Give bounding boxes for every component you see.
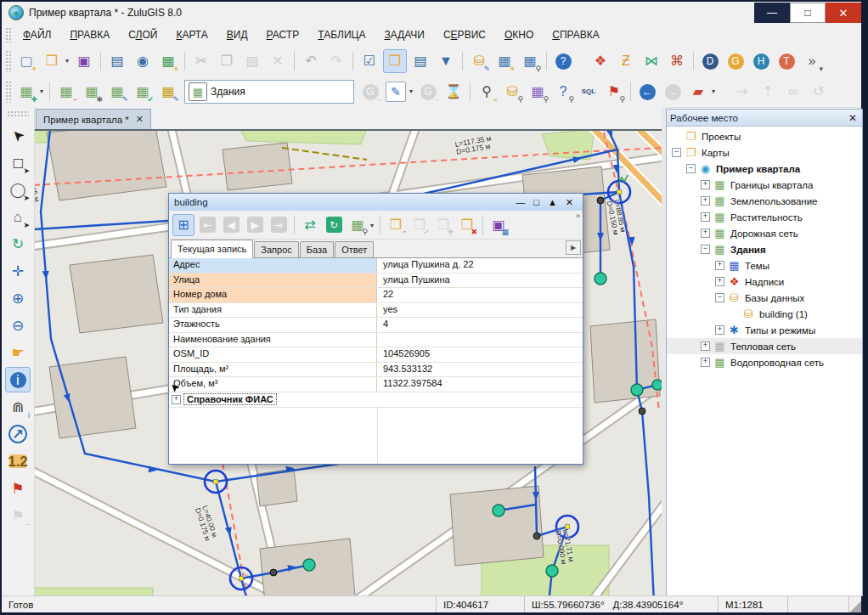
unlink-object-button[interactable]: ↺ <box>807 80 831 104</box>
add-layer-button[interactable]: ▦✚▾ <box>14 80 38 104</box>
back-button[interactable]: ← <box>635 80 659 104</box>
commit-record-button[interactable]: ❒✔ <box>409 214 431 236</box>
delete-record-button[interactable]: ❒✖ <box>456 214 478 236</box>
undo-button[interactable]: ↶ <box>299 49 323 73</box>
valve-analysis-button[interactable]: ⋈ <box>640 49 663 73</box>
zoom-in-tool[interactable]: ⊕ <box>5 285 31 311</box>
dialog-tab-base[interactable]: База <box>300 241 334 257</box>
attribute-row-этажность[interactable]: Этажность 4 <box>169 318 583 333</box>
tree-item-primer-kvartala[interactable]: − ◉ Пример квартала <box>667 161 862 177</box>
tree-expander[interactable]: + <box>715 261 724 270</box>
attribute-row-площадь-м-[interactable]: Площадь, м² 943.533132 <box>169 363 583 378</box>
edit-layer-graphics-button[interactable]: ▦✎ <box>156 80 180 104</box>
attribute-row-тип-здания[interactable]: Тип здания yes <box>169 303 583 319</box>
tree-expander[interactable]: + <box>701 180 710 189</box>
refresh-map-tool[interactable]: ↻ <box>5 231 31 257</box>
find-by-condition-button[interactable]: ?⚲ <box>551 80 575 104</box>
piezo-graph-g-button[interactable]: G <box>724 49 747 73</box>
dialog-toolbar-overflow[interactable]: » <box>576 212 580 220</box>
tree-item-temy[interactable]: + ▦ Темы <box>667 257 862 274</box>
zulu-objects-button[interactable]: ❖ <box>589 49 612 73</box>
piezo-graph-t-button[interactable]: T <box>775 49 798 73</box>
tree-expander[interactable]: + <box>715 277 724 286</box>
tree-expander[interactable]: − <box>686 164 696 173</box>
tree-item-building[interactable]: ⛁ building (1) <box>667 306 862 322</box>
find-by-id-button[interactable]: ⚲= <box>475 80 499 104</box>
select-tool[interactable]: ➤ <box>5 122 31 148</box>
select-polygon-tool[interactable]: ⌂➤ <box>5 204 31 229</box>
menu-item-правка[interactable]: ПРАВКА <box>60 26 119 43</box>
attribute-row-адрес[interactable]: Адрес улица Пушкина д. 22 <box>169 258 583 274</box>
attribute-row-объем-м-[interactable]: Объем, м³ 11322.397584 <box>169 377 583 392</box>
previous-record-button[interactable]: ◀ <box>220 214 242 236</box>
last-record-button[interactable]: ⇥ <box>268 214 290 236</box>
tree-item-granitsy-kvartala[interactable]: + ▦ Границы квартала <box>667 177 862 193</box>
find-by-theme-button[interactable]: ▦⚲ <box>526 80 550 104</box>
dialog-tab-current-record[interactable]: Текущая запись <box>171 240 253 258</box>
tree-item-dorozhnaya-set[interactable]: + ▦ Дорожная сеть <box>667 225 862 241</box>
tree-expander[interactable]: + <box>701 341 710 351</box>
edit-database-button[interactable]: ⛁✎ <box>467 49 491 73</box>
menu-item-растр[interactable]: РАСТР <box>257 26 309 43</box>
map-document-tab[interactable]: Пример квартала * ✕ <box>36 109 151 129</box>
menu-item-окно[interactable]: ОКНО <box>495 26 543 43</box>
dialog-minimize-icon[interactable]: — <box>511 197 529 207</box>
find-address-button[interactable]: ⚑⚲ <box>602 80 626 104</box>
zoom-out-tool[interactable]: ⊖ <box>5 313 31 338</box>
menu-item-таблица[interactable]: ТАБЛИЦА <box>308 26 375 43</box>
forward-button[interactable]: → <box>661 80 685 104</box>
hourglass-button[interactable]: ⌛ <box>442 80 465 104</box>
tree-expander[interactable]: + <box>701 196 710 206</box>
layer-settings-button[interactable]: ▦✱ <box>80 80 104 104</box>
output-panel-button[interactable]: ▤ <box>409 49 432 73</box>
chevron-down-icon[interactable]: ▾ <box>370 222 374 229</box>
tree-item-maps[interactable]: − ❒ Карты <box>667 144 862 161</box>
link-object-button[interactable]: ∞ <box>781 80 805 104</box>
active-layer-combobox[interactable]: ▦ Здания <box>184 80 354 104</box>
geometry-tool-2-disabled-button[interactable]: G− <box>416 80 440 104</box>
workspace-panel-button[interactable]: ❒ <box>383 49 407 73</box>
chevron-down-icon[interactable]: ▾ <box>65 57 69 65</box>
goto-tool[interactable]: ↗ <box>5 421 31 447</box>
edit-layer-button[interactable]: ▦✎ <box>105 80 129 104</box>
save-table-button[interactable]: ▣▦ <box>488 214 510 236</box>
dialog-pin-icon[interactable]: ▲ <box>544 197 561 207</box>
print-button[interactable]: ▤ <box>105 49 129 73</box>
menu-item-справка[interactable]: СПРАВКА <box>543 26 609 43</box>
record-details-toggle[interactable]: ⊞ <box>172 214 194 236</box>
select-circle-tool[interactable]: ◯➤ <box>5 177 31 202</box>
menu-item-сервис[interactable]: СЕРВИС <box>434 26 495 43</box>
menu-item-слой[interactable]: СЛОЙ <box>119 26 166 43</box>
group-expander[interactable]: + <box>172 395 181 404</box>
geometry-tool-disabled-button[interactable]: G− <box>358 80 382 104</box>
menu-item-файл[interactable]: ФАЙЛ <box>14 26 60 43</box>
export-image-button[interactable]: ▦✶ <box>156 49 180 73</box>
tree-item-bazy-dannykh[interactable]: − ⛁ Базы данных <box>667 290 862 306</box>
tree-expander[interactable]: − <box>672 148 681 157</box>
toolbar-overflow-button[interactable]: »▾ <box>800 49 824 73</box>
menu-item-задачи[interactable]: ЗАДАЧИ <box>375 26 434 43</box>
refresh-table-button[interactable]: ↻ <box>323 214 345 236</box>
minimize-button[interactable]: — <box>754 3 790 23</box>
dialog-tab-answer[interactable]: Ответ <box>335 241 374 257</box>
save-button[interactable]: ▣ <box>72 49 96 73</box>
chevron-down-icon[interactable]: ▾ <box>409 87 413 95</box>
dialog-close-icon[interactable]: ✕ <box>561 197 578 208</box>
tree-item-vodoprovodnaya-set[interactable]: + ▦ Водопроводная сеть <box>667 354 862 370</box>
fias-group-row[interactable]: + Справочник ФИАС <box>169 392 583 408</box>
maximize-button[interactable]: □ <box>790 3 826 23</box>
zoom-extent-tool[interactable]: ✛ <box>5 258 31 284</box>
tree-expander[interactable]: + <box>701 212 710 222</box>
tree-item-tipy-i-rezhimy[interactable]: + ✱ Типы и режимы <box>667 322 862 338</box>
measure-tool[interactable]: 1.2 <box>5 449 31 474</box>
tree-item-zemlepolzovanie[interactable]: + ▦ Землепользование <box>667 193 862 209</box>
remove-flag-tool[interactable]: ⚑− <box>5 503 31 528</box>
next-record-button[interactable]: ▶ <box>244 214 266 236</box>
delete-button[interactable]: ✕ <box>266 49 290 73</box>
downloads-panel-button[interactable]: ▼ <box>434 49 458 73</box>
tree-item-projects[interactable]: ❒ Проекты <box>667 128 862 144</box>
find-in-database-button[interactable]: ⛁⚲ <box>500 80 524 104</box>
cut-button[interactable]: ✂ <box>189 49 213 73</box>
dialog-tab-query[interactable]: Запрос <box>254 241 298 257</box>
bookmark-button[interactable]: ▰▾ <box>686 80 710 104</box>
